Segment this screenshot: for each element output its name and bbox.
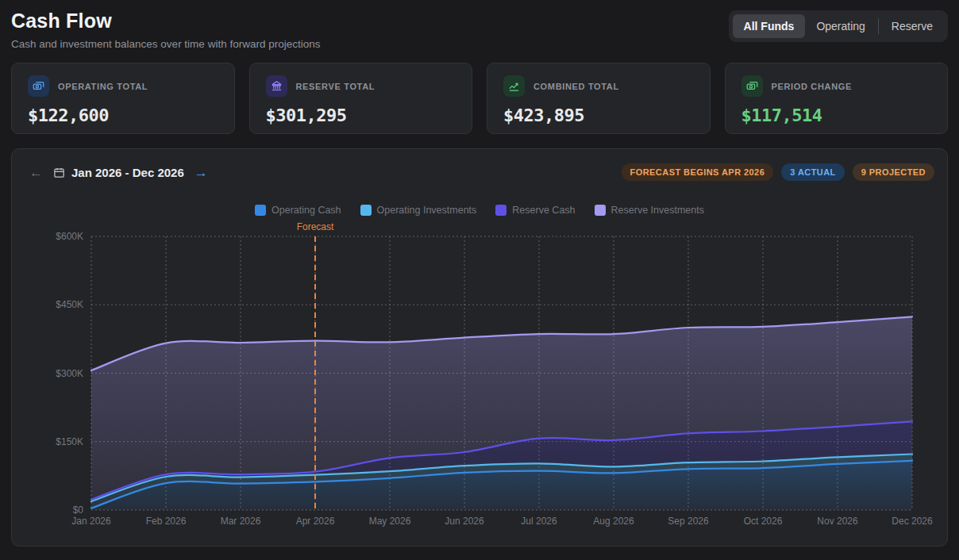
legend-label: Reserve Cash (512, 205, 575, 216)
svg-text:Sep 2026: Sep 2026 (668, 516, 709, 527)
legend-label: Reserve Investments (611, 205, 704, 216)
svg-text:$300K: $300K (56, 368, 83, 379)
status-badges: FORECAST BEGINS APR 2026 3 ACTUAL 9 PROJ… (622, 163, 934, 181)
svg-text:Dec 2026: Dec 2026 (892, 516, 933, 527)
date-range-nav: ← Jan 2026 - Dec 2026 → (28, 164, 210, 181)
card-reserve-total: RESERVE TOTAL $301,295 (249, 63, 473, 134)
chart-areas (91, 316, 912, 510)
prev-period-button[interactable]: ← (28, 164, 44, 181)
tab-reserve[interactable]: Reserve (880, 14, 944, 38)
banknotes-icon (28, 75, 49, 97)
legend-label: Operating Investments (377, 205, 477, 216)
card-value: $122,600 (28, 105, 218, 125)
card-label: COMBINED TOTAL (533, 82, 619, 91)
legend-item-reserve-cash: Reserve Cash (495, 205, 575, 216)
legend-item-reserve-investments: Reserve Investments (595, 205, 704, 216)
cash-flow-chart-panel: $0$150K$300K$450K$600KJan 2026Feb 2026Ma… (11, 148, 948, 547)
page-header: Cash Flow Cash and investment balances o… (11, 10, 948, 50)
banknotes-icon (741, 75, 763, 97)
chart-legend: Operating Cash Operating Investments Res… (12, 205, 947, 216)
svg-text:Feb 2026: Feb 2026 (146, 516, 187, 527)
chart-up-icon (503, 75, 525, 97)
svg-text:Apr 2026: Apr 2026 (296, 516, 335, 527)
date-range-label: Jan 2026 - Dec 2026 (71, 166, 184, 179)
next-period-button[interactable]: → (193, 164, 210, 181)
card-label: OPERATING TOTAL (58, 82, 148, 91)
page-subtitle: Cash and investment balances over time w… (11, 38, 320, 50)
tab-all-funds[interactable]: All Funds (733, 14, 806, 38)
card-header: COMBINED TOTAL (503, 75, 694, 97)
card-header: RESERVE TOTAL (266, 75, 456, 97)
forecast-begins-badge: FORECAST BEGINS APR 2026 (622, 163, 774, 181)
tab-operating[interactable]: Operating (805, 14, 876, 38)
card-combined-total: COMBINED TOTAL $423,895 (487, 63, 711, 134)
svg-text:$150K: $150K (56, 436, 83, 447)
svg-text:Jul 2026: Jul 2026 (521, 516, 557, 527)
projected-count-badge: 9 PROJECTED (853, 163, 934, 181)
card-label: RESERVE TOTAL (296, 82, 376, 91)
date-range: Jan 2026 - Dec 2026 (53, 166, 184, 179)
legend-swatch (360, 205, 372, 216)
card-value: $117,514 (741, 105, 932, 125)
legend-label: Operating Cash (272, 205, 341, 216)
svg-text:Mar 2026: Mar 2026 (221, 516, 261, 527)
legend-item-operating-cash: Operating Cash (255, 205, 341, 216)
stat-cards: OPERATING TOTAL $122,600 RESERVE TOTAL $… (11, 63, 948, 134)
legend-item-operating-investments: Operating Investments (360, 205, 477, 216)
legend-swatch (595, 205, 606, 216)
legend-swatch (255, 205, 266, 216)
svg-text:Jan 2026: Jan 2026 (71, 516, 111, 527)
card-header: PERIOD CHANGE (741, 75, 932, 97)
card-label: PERIOD CHANGE (772, 82, 852, 91)
card-period-change: PERIOD CHANGE $117,514 (725, 63, 949, 134)
svg-text:$0: $0 (73, 504, 84, 516)
svg-text:Jun 2026: Jun 2026 (445, 516, 484, 527)
card-value: $301,295 (266, 105, 456, 125)
calendar-icon (53, 167, 65, 178)
card-operating-total: OPERATING TOTAL $122,600 (11, 63, 235, 134)
svg-text:$450K: $450K (56, 299, 83, 310)
actual-count-badge: 3 ACTUAL (781, 163, 845, 181)
svg-text:May 2026: May 2026 (369, 516, 411, 527)
legend-swatch (495, 205, 506, 216)
svg-text:$600K: $600K (56, 231, 83, 242)
title-block: Cash Flow Cash and investment balances o… (11, 10, 320, 50)
page-title: Cash Flow (11, 10, 320, 33)
svg-text:Aug 2026: Aug 2026 (593, 516, 634, 527)
svg-text:Nov 2026: Nov 2026 (817, 516, 858, 527)
svg-text:Oct 2026: Oct 2026 (744, 516, 783, 527)
card-value: $423,895 (503, 105, 694, 125)
card-header: OPERATING TOTAL (28, 75, 218, 97)
bank-icon (266, 75, 287, 97)
fund-filter-tabs: All Funds Operating Reserve (729, 10, 948, 42)
tab-divider (878, 18, 879, 34)
chart-header: ← Jan 2026 - Dec 2026 → FORECAST BEGINS … (28, 163, 934, 181)
forecast-label: Forecast (297, 221, 334, 232)
